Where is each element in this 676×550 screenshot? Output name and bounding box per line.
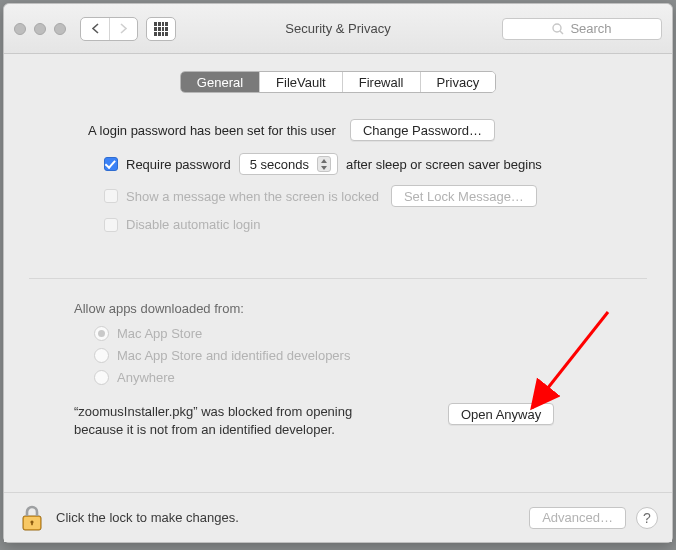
divider: [29, 278, 647, 279]
lock-hint-text: Click the lock to make changes.: [56, 510, 239, 525]
tab-privacy[interactable]: Privacy: [420, 72, 496, 92]
zoom-window-button[interactable]: [54, 23, 66, 35]
show-lock-message-checkbox: [104, 189, 118, 203]
tab-general[interactable]: General: [181, 72, 259, 92]
general-pane: A login password has been set for this u…: [4, 93, 672, 492]
set-lock-message-button: Set Lock Message…: [391, 185, 537, 207]
svg-rect-5: [31, 522, 33, 525]
search-icon: [552, 23, 564, 35]
search-field[interactable]: Search: [502, 18, 662, 40]
svg-line-1: [560, 31, 563, 34]
login-password-label: A login password has been set for this u…: [88, 123, 336, 138]
search-placeholder: Search: [570, 21, 611, 36]
require-password-label-before: Require password: [126, 157, 231, 172]
allow-anywhere-radio: [94, 370, 109, 385]
require-password-delay-select[interactable]: 5 seconds: [239, 153, 338, 175]
show-all-button[interactable]: [146, 17, 176, 41]
allow-mas-label: Mac App Store: [117, 326, 202, 341]
close-window-button[interactable]: [14, 23, 26, 35]
back-button[interactable]: [81, 18, 109, 40]
disable-auto-login-label: Disable automatic login: [126, 217, 260, 232]
allow-mas-radio: [94, 326, 109, 341]
tab-bar: General FileVault Firewall Privacy: [4, 71, 672, 93]
blocked-app-message: “zoomusInstaller.pkg” was blocked from o…: [74, 403, 404, 439]
stepper-icon: [317, 156, 331, 172]
require-password-checkbox[interactable]: [104, 157, 118, 171]
tab-filevault[interactable]: FileVault: [259, 72, 342, 92]
lock-icon: [20, 505, 44, 531]
svg-point-0: [553, 24, 561, 32]
window-controls: [14, 23, 66, 35]
allow-mas-id-label: Mac App Store and identified developers: [117, 348, 350, 363]
nav-back-forward: [80, 17, 138, 41]
titlebar: Security & Privacy Search: [4, 4, 672, 54]
lock-button[interactable]: [18, 504, 46, 532]
allow-anywhere-label: Anywhere: [117, 370, 175, 385]
allow-apps-title: Allow apps downloaded from:: [74, 301, 642, 316]
grid-icon: [154, 22, 168, 36]
minimize-window-button[interactable]: [34, 23, 46, 35]
forward-button[interactable]: [109, 18, 137, 40]
require-password-delay-value: 5 seconds: [250, 157, 309, 172]
help-button[interactable]: ?: [636, 507, 658, 529]
tab-firewall[interactable]: Firewall: [342, 72, 420, 92]
change-password-button[interactable]: Change Password…: [350, 119, 495, 141]
open-anyway-button[interactable]: Open Anyway: [448, 403, 554, 425]
advanced-button[interactable]: Advanced…: [529, 507, 626, 529]
require-password-label-after: after sleep or screen saver begins: [346, 157, 542, 172]
footer: Click the lock to make changes. Advanced…: [4, 492, 672, 542]
preferences-window: Security & Privacy Search General FileVa…: [3, 3, 673, 543]
show-lock-message-label: Show a message when the screen is locked: [126, 189, 379, 204]
allow-mas-id-radio: [94, 348, 109, 363]
disable-auto-login-checkbox: [104, 218, 118, 232]
